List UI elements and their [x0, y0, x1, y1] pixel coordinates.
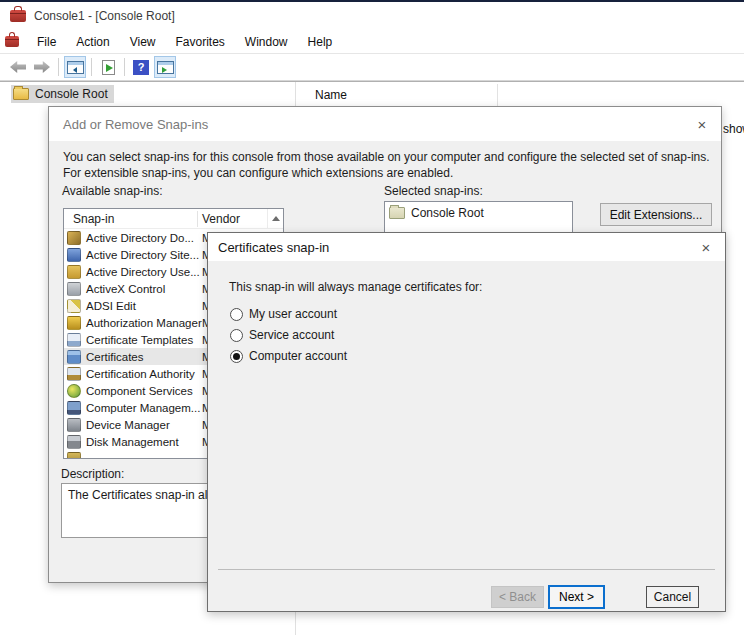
dialog-title: Certificates snap-in	[218, 240, 329, 255]
export-list-button[interactable]	[97, 56, 119, 78]
mmc-menu-icon	[5, 36, 19, 47]
header-column-divider	[197, 211, 198, 227]
radio-icon	[230, 308, 243, 321]
radio-icon	[230, 329, 243, 342]
folder-icon	[13, 88, 29, 100]
empty-view-text-fragment: show	[723, 122, 744, 136]
selected-snapin-label: Console Root	[411, 206, 484, 220]
active-directory-users-icon	[67, 265, 81, 279]
name-column-header[interactable]: Name	[315, 82, 347, 108]
forward-arrow-icon	[34, 61, 50, 73]
folder-icon	[389, 207, 405, 219]
edit-extensions-button[interactable]: Edit Extensions...	[600, 203, 712, 226]
component-services-icon	[67, 384, 81, 398]
list-header: Snap-in Vendor	[64, 209, 283, 229]
dialog-title-bar: Add or Remove Snap-ins ×	[49, 107, 721, 141]
authorization-manager-icon	[67, 316, 81, 330]
console-tree-icon	[67, 61, 84, 74]
back-arrow-icon	[10, 61, 26, 73]
selected-snapins-label: Selected snap-ins:	[384, 184, 483, 198]
help-icon: ?	[133, 60, 149, 75]
next-button[interactable]: Next >	[548, 585, 605, 609]
toolbar-separator	[58, 58, 59, 76]
menu-help[interactable]: Help	[298, 35, 343, 49]
certification-authority-icon	[67, 367, 81, 381]
tree-item-label: Console Root	[35, 87, 108, 101]
export-list-icon	[102, 60, 115, 75]
certificate-templates-icon	[67, 333, 81, 347]
active-directory-domains-icon	[67, 231, 81, 245]
menu-view[interactable]: View	[120, 35, 166, 49]
computer-management-icon	[67, 401, 81, 415]
menu-action[interactable]: Action	[66, 35, 119, 49]
device-manager-icon	[67, 418, 81, 432]
partial-snapin-icon	[67, 452, 81, 460]
radio-computer-account[interactable]: Computer account	[230, 348, 347, 364]
available-snapins-label: Available snap-ins:	[62, 184, 163, 198]
window-title: Console1 - [Console Root]	[34, 9, 175, 23]
menu-window[interactable]: Window	[235, 35, 298, 49]
adsi-edit-icon	[67, 299, 81, 313]
close-icon[interactable]: ×	[693, 115, 711, 133]
active-directory-sites-icon	[67, 248, 81, 262]
forward-button[interactable]	[31, 56, 53, 78]
certificates-snapin-dialog: Certificates snap-in × This snap-in will…	[207, 232, 726, 612]
selected-snapin-console-root[interactable]: Console Root	[385, 202, 572, 224]
help-button[interactable]: ?	[130, 56, 152, 78]
toolbar-separator	[124, 58, 125, 76]
activex-control-icon	[67, 282, 81, 296]
tree-item-console-root[interactable]: Console Root	[11, 85, 114, 103]
mmc-app-icon	[10, 10, 26, 22]
column-divider[interactable]	[497, 84, 498, 108]
menu-bar: File Action View Favorites Window Help	[0, 30, 744, 53]
radio-my-user-account[interactable]: My user account	[230, 306, 347, 322]
dialog-title-bar: Certificates snap-in ×	[208, 233, 725, 261]
button-separator	[218, 569, 715, 570]
dialog-title: Add or Remove Snap-ins	[63, 117, 208, 132]
dialog-intro-text: You can select snap-ins for this console…	[63, 149, 713, 181]
toolbar-separator	[91, 58, 92, 76]
radio-icon	[230, 350, 243, 363]
snapin-manage-prompt: This snap-in will always manage certific…	[229, 280, 482, 294]
new-window-button[interactable]	[154, 56, 176, 78]
disk-management-icon	[67, 435, 81, 449]
description-label: Description:	[61, 467, 124, 481]
certificates-icon	[67, 350, 81, 364]
menu-file[interactable]: File	[27, 35, 66, 49]
toolbar: ?	[0, 53, 744, 81]
cancel-button[interactable]: Cancel	[646, 586, 699, 608]
title-bar: Console1 - [Console Root]	[0, 2, 744, 30]
close-icon[interactable]: ×	[697, 238, 715, 256]
vendor-column-header[interactable]: Vendor	[202, 209, 240, 229]
scrollbar-up-button[interactable]	[267, 209, 283, 228]
radio-service-account[interactable]: Service account	[230, 327, 347, 343]
show-console-tree-button[interactable]	[64, 56, 86, 78]
back-button[interactable]	[7, 56, 29, 78]
new-window-icon	[157, 61, 174, 74]
menu-favorites[interactable]: Favorites	[166, 35, 235, 49]
back-button[interactable]: < Back	[491, 586, 544, 608]
account-radio-group: My user account Service account Computer…	[230, 306, 347, 369]
snapin-column-header[interactable]: Snap-in	[73, 209, 114, 229]
